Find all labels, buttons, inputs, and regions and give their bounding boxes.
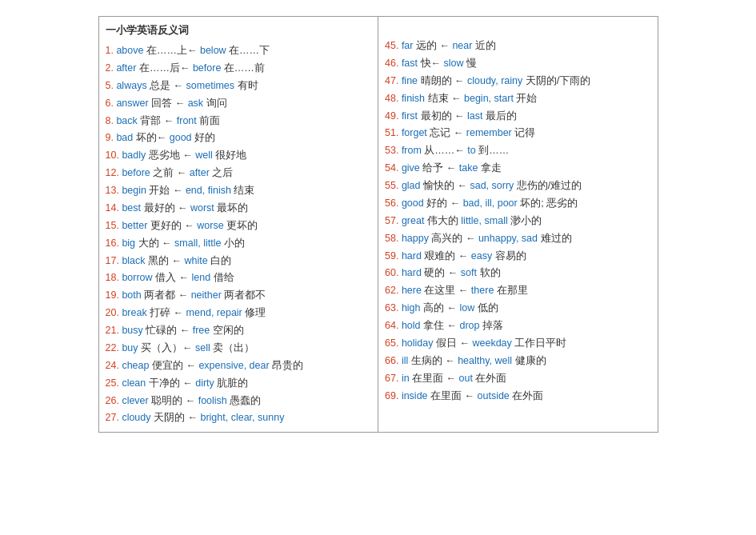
entry-45: 45. far 远的 ← near 近的 bbox=[385, 38, 651, 55]
entry-13: 13. begin 开始 ← end, finish 结束 bbox=[106, 182, 372, 200]
entry-8: 8. back 背部 ← front 前面 bbox=[106, 113, 372, 130]
entry-51: 51. forget 忘记 ← remember 记得 bbox=[385, 125, 651, 142]
page-container: 一小学英语反义词 1. above 在……上← below 在……下 2. af… bbox=[0, 0, 756, 535]
entry-60: 60. hard 硬的 ← soft 软的 bbox=[385, 265, 651, 282]
entry-64: 64. hold 拿住 ← drop 掉落 bbox=[385, 317, 651, 335]
table-title: 一小学英语反义词 bbox=[106, 22, 372, 39]
entry-69: 69. inside 在里面 ← outside 在外面 bbox=[385, 388, 651, 405]
entry-24: 24. cheap 便宜的 ← expensive, dear 昂贵的 bbox=[106, 357, 372, 375]
entry-53: 53. from 从……← to 到…… bbox=[385, 142, 651, 160]
entry-59: 59. hard 艰难的 ← easy 容易的 bbox=[385, 248, 651, 266]
entry-54: 54. give 给予 ← take 拿走 bbox=[385, 160, 651, 178]
entry-58: 58. happy 高兴的 ← unhappy, sad 难过的 bbox=[385, 230, 651, 248]
entry-18: 18. borrow 借入 ← lend 借给 bbox=[106, 269, 372, 287]
entry-62: 62. here 在这里 ← there 在那里 bbox=[385, 282, 651, 300]
entry-20: 20. break 打碎 ← mend, repair 修理 bbox=[106, 305, 372, 322]
entry-22: 22. buy 买（入）← sell 卖（出） bbox=[106, 340, 372, 357]
entry-14: 14. best 最好的 ← worst 最坏的 bbox=[106, 200, 372, 218]
entry-65: 65. holiday 假日 ← weekday 工作日平时 bbox=[385, 335, 651, 353]
entry-67: 67. in 在里面 ← out 在外面 bbox=[385, 370, 651, 388]
entry-49: 49. first 最初的 ← last 最后的 bbox=[385, 108, 651, 126]
entry-47: 47. fine 晴朗的 ← cloudy, rainy 天阴的/下雨的 bbox=[385, 73, 651, 90]
entry-12: 12. before 之前 ← after 之后 bbox=[106, 165, 372, 182]
entry-57: 57. great 伟大的 little, small 渺小的 bbox=[385, 213, 651, 230]
entry-9: 9. bad 坏的← good 好的 bbox=[106, 130, 372, 147]
vocabulary-table: 一小学英语反义词 1. above 在……上← below 在……下 2. af… bbox=[98, 16, 658, 433]
right-column: 45. far 远的 ← near 近的 46. fast 快← slow 慢 … bbox=[378, 17, 658, 432]
entry-27: 27. cloudy 天阴的 ← bright, clear, sunny bbox=[106, 409, 372, 427]
entry-21: 21. busy 忙碌的 ← free 空闲的 bbox=[106, 322, 372, 340]
entry-25: 25. clean 干净的 ← dirty 肮脏的 bbox=[106, 375, 372, 393]
entry-48: 48. finish 结束 ← begin, start 开始 bbox=[385, 90, 651, 108]
entry-17: 17. black 黑的 ← white 白的 bbox=[106, 253, 372, 270]
entry-66: 66. ill 生病的 ← healthy, well 健康的 bbox=[385, 353, 651, 370]
entry-16: 16. big 大的 ← small, little 小的 bbox=[106, 235, 372, 253]
entry-63: 63. high 高的 ← low 低的 bbox=[385, 300, 651, 317]
entry-6: 6. answer 回答 ← ask 询问 bbox=[106, 95, 372, 113]
entry-2: 2. after 在……后← before 在……前 bbox=[106, 60, 372, 78]
entry-1: 1. above 在……上← below 在……下 bbox=[106, 42, 372, 60]
entry-19: 19. both 两者都 ← neither 两者都不 bbox=[106, 287, 372, 305]
entry-55: 55. glad 愉快的 ← sad, sorry 悲伤的/难过的 bbox=[385, 178, 651, 195]
left-column: 一小学英语反义词 1. above 在……上← below 在……下 2. af… bbox=[99, 17, 379, 432]
entry-5: 5. always 总是 ← sometimes 有时 bbox=[106, 78, 372, 95]
entry-46: 46. fast 快← slow 慢 bbox=[385, 55, 651, 73]
entry-26: 26. clever 聪明的 ← foolish 愚蠢的 bbox=[106, 393, 372, 410]
entry-15: 15. better 更好的 ← worse 更坏的 bbox=[106, 218, 372, 235]
entry-56: 56. good 好的 ← bad, ill, poor 坏的; 恶劣的 bbox=[385, 195, 651, 213]
entry-10: 10. badly 恶劣地 ← well 很好地 bbox=[106, 147, 372, 165]
